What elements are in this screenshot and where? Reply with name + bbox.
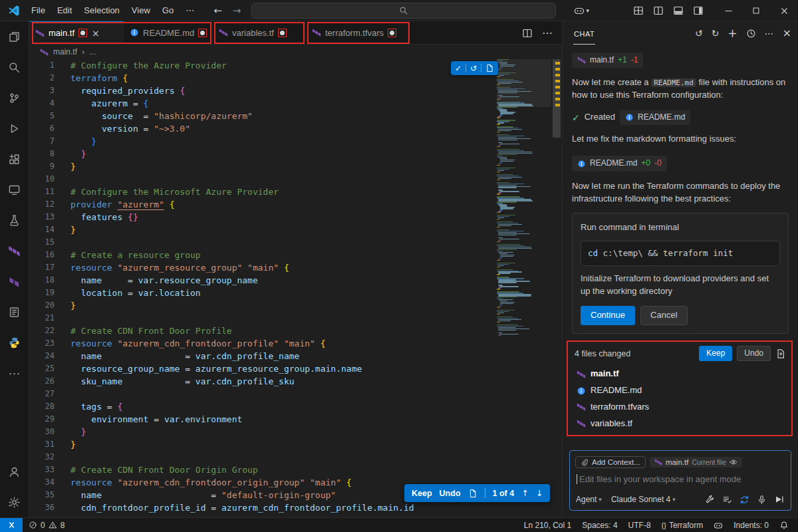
command-center-search[interactable] [251,3,556,19]
more-actions-icon[interactable]: ⋯ [542,27,553,39]
undo-all-button[interactable]: Undo [737,346,771,361]
copilot-menu-button[interactable]: ▾ [574,5,589,16]
breadcrumb-more[interactable]: ... [89,47,96,57]
changed-file-main-tf[interactable]: main.tf [575,366,786,382]
panel-bottom-icon[interactable] [673,5,684,16]
tools-icon[interactable] [705,495,715,505]
file-change-badge[interactable]: main.tf +1 -1 [572,53,643,68]
split-editor-icon[interactable] [522,28,533,39]
history-forward-button[interactable]: → [233,5,241,17]
activity-run-and-debug[interactable] [0,113,29,144]
tab-README-md[interactable]: README.md [124,21,213,44]
created-file-chip[interactable]: README.md [620,110,690,125]
mic-icon[interactable] [757,495,767,505]
tab-variables-tf[interactable]: variables.tf [213,21,306,44]
activity-source-control[interactable] [0,82,29,113]
changed-file-terraform-tfvars[interactable]: terraform.tfvars [575,399,786,416]
history-button[interactable] [746,29,756,39]
status-encoding[interactable]: UTF-8 [628,521,651,530]
source-control-icon [8,92,21,104]
changed-files-panel: 4 files changed Keep Undo main.tfREADME.… [572,344,789,434]
vertical-scrollbar[interactable] [551,59,562,517]
undo-button[interactable]: ↺ [695,29,703,38]
status-indents-counter[interactable]: Indents: 0 [733,521,769,530]
history-back-button[interactable]: ← [213,5,222,17]
menu-item-more[interactable]: ⋯ [180,0,200,21]
attached-file-chip[interactable]: main.tf Current file [650,457,742,467]
discard-change-button[interactable]: ↺ [466,61,481,75]
code-editor[interactable]: 1# Configure the Azure Provider2terrafor… [29,59,562,517]
undo-button[interactable]: Undo [440,489,461,498]
keep-button[interactable]: Keep [412,489,432,498]
breadcrumb-file[interactable]: main.tf [53,47,77,57]
activity-testing[interactable] [0,205,29,235]
tab-main-tf[interactable]: main.tf× [29,21,124,44]
check-icon: ✓ [572,111,580,124]
model-picker[interactable]: Claude Sonnet 4 ▾ [611,495,676,504]
layout-grid-icon[interactable] [633,5,644,16]
mode-picker[interactable]: Agent ▾ [576,495,602,504]
minimap[interactable] [497,59,551,517]
status-cursor-position[interactable]: Ln 210, Col 1 [524,521,571,530]
file-change-badge[interactable]: README.md +0 -0 [572,156,667,171]
activity-explorer[interactable] [0,21,29,52]
file-icon[interactable] [468,489,477,498]
sidebar-right-icon[interactable] [693,5,704,16]
split-editor-icon[interactable] [653,5,664,16]
activity-docs[interactable] [0,297,29,327]
problems-indicator[interactable]: 0 8 [23,521,70,530]
status-indentation[interactable]: Spaces: 4 [582,521,617,530]
close-window-button[interactable] [770,0,798,21]
code-line: 5 source = "hashicorp/azurerm" [29,110,562,122]
activity-settings[interactable] [0,487,29,517]
next-change-button[interactable]: ↓ [536,488,543,498]
accept-change-button[interactable]: ✓ [451,61,466,75]
go-to-file-button[interactable] [481,61,498,75]
redo-button[interactable]: ↻ [712,29,720,38]
maximize-button[interactable] [742,0,770,21]
changed-file-README-md[interactable]: README.md [575,382,786,399]
continue-button[interactable]: Continue [581,306,635,325]
keep-all-button[interactable]: Keep [699,346,732,361]
tab-terraform-tfvars[interactable]: terraform.tfvars [306,21,408,44]
activity-more[interactable]: ⋯ [0,358,29,388]
view-diff-icon[interactable] [775,348,786,359]
remote-indicator[interactable] [0,518,23,532]
tab-chat[interactable]: CHAT [573,23,595,45]
sync-icon[interactable] [739,495,749,505]
activity-accounts[interactable] [0,456,29,487]
chat-input[interactable]: Edit files in your workspace in agent mo… [570,468,791,494]
terraform-icon [35,29,45,38]
cancel-button[interactable]: Cancel [640,306,687,325]
activity-extensions[interactable] [0,144,29,174]
more-button[interactable]: ⋯ [765,29,774,38]
menu-item-go[interactable]: Go [156,0,180,21]
activity-terraform-hcl[interactable] [0,266,29,297]
close-tab-button[interactable]: × [92,28,100,39]
eye-icon[interactable] [730,458,737,466]
send-icon[interactable] [774,494,785,505]
menu-item-file[interactable]: File [25,0,51,21]
menu-item-view[interactable]: View [126,0,156,21]
badge-filename: README.md [590,158,637,169]
rules-icon[interactable] [722,495,732,505]
activity-remote-explorer[interactable] [0,174,29,205]
status-notifications[interactable] [779,521,789,530]
changed-file-variables-tf[interactable]: variables.tf [575,416,786,432]
close-button[interactable]: × [783,28,792,39]
attachment-filename: main.tf [666,458,689,466]
info-icon [577,386,586,396]
status-copilot-status[interactable] [714,521,723,530]
minimize-button[interactable] [714,0,742,21]
previous-change-button[interactable]: ↑ [521,488,528,498]
menu-item-selection[interactable]: Selection [78,0,125,21]
add-context-button[interactable]: Add Context... [575,456,646,468]
activity-search[interactable] [0,52,29,82]
new-chat-button[interactable]: + [728,28,737,39]
activity-terraform[interactable] [0,235,29,266]
activity-python[interactable] [0,327,29,358]
menu-item-edit[interactable]: Edit [51,0,78,21]
breadcrumb[interactable]: main.tf › ... [29,45,562,59]
status-language-mode[interactable]: {}Terraform [662,521,704,530]
minimap-viewport[interactable] [497,59,551,107]
